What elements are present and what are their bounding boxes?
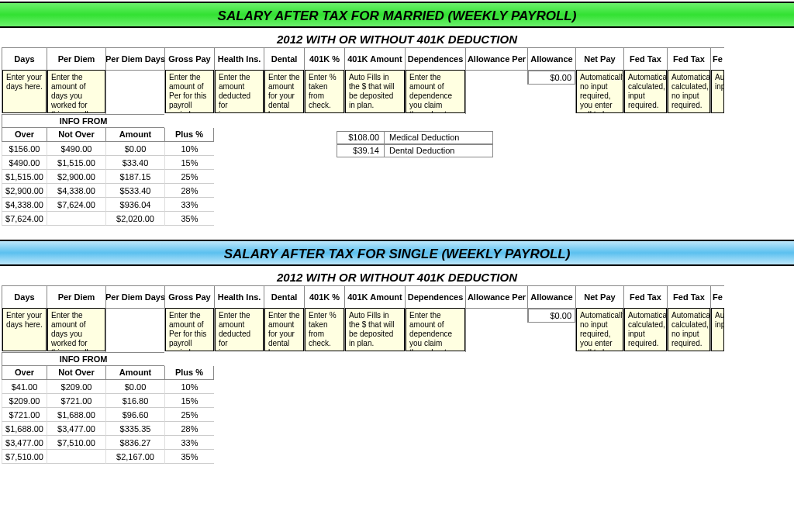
- note-k401p: Enter % taken from check.: [305, 308, 344, 351]
- header-netpay: Net Pay: [576, 285, 623, 309]
- tax-cell: $936.04: [105, 198, 164, 212]
- tax-header-cell: Over: [2, 128, 47, 142]
- note-health: Enter the amount deducted for insurance …: [215, 70, 264, 113]
- header-dental: Dental: [264, 47, 304, 71]
- tax-cell: $41.00: [2, 380, 47, 394]
- tax-header-cell: Amount: [105, 366, 164, 380]
- col-perdiem: Per DiemEnter the amount of days you wor…: [47, 47, 105, 113]
- note-perdiem: Enter the amount of days you worked for …: [47, 308, 105, 351]
- deduction-label: Dental Deduction: [385, 144, 493, 157]
- tax-cell: $7,510.00: [2, 450, 47, 464]
- tax-cell: 25%: [164, 408, 214, 422]
- note-days: Enter your days here.: [2, 70, 47, 113]
- header-days: Days: [2, 285, 47, 309]
- note-fedpct: Automatically calculated, no input requi…: [668, 308, 710, 351]
- note-k401a: Auto Fills in the $ that will be deposit…: [345, 70, 405, 113]
- tax-cell: $2,020.00: [105, 212, 164, 226]
- tax-header-cell: Plus %: [164, 366, 214, 380]
- col-dep: DependencesEnter the amount of dependenc…: [405, 285, 465, 351]
- header-health: Health Ins.: [215, 285, 264, 309]
- info-bar: INFO FROM: [2, 352, 164, 366]
- tax-cell: $4,338.00: [2, 198, 47, 212]
- col-gross: Gross PayEnter the amount of Per for thi…: [164, 47, 214, 113]
- col-perdiem: Per DiemEnter the amount of days you wor…: [47, 285, 105, 351]
- col-days: DaysEnter your days here.: [2, 47, 47, 113]
- tax-cell: [47, 450, 105, 464]
- data-grid: DaysEnter your days here.Per DiemEnter t…: [2, 47, 794, 229]
- deduction-amount: $39.14: [337, 144, 385, 157]
- header-perdiem: Per Diem: [47, 47, 105, 71]
- note-days: Enter your days here.: [2, 308, 47, 351]
- tax-cell: 33%: [164, 198, 214, 212]
- tax-bracket-table: OverNot OverAmountPlus %$156.00$490.00$0…: [2, 128, 214, 226]
- col-pddays: Per Diem Days: [105, 285, 164, 352]
- header-perdiem: Per Diem: [47, 285, 105, 309]
- tax-cell: $2,167.00: [105, 450, 164, 464]
- tax-bracket-table: OverNot OverAmountPlus %$41.00$209.00$0.…: [2, 366, 214, 464]
- tax-cell: $209.00: [47, 380, 105, 394]
- col-allowper: Allowance Per: [465, 47, 527, 114]
- header-gross: Gross Pay: [165, 285, 214, 309]
- tax-header-cell: Not Over: [47, 366, 105, 380]
- tax-cell: $2,900.00: [47, 170, 105, 184]
- col-k401a: 401K AmountAuto Fills in the $ that will…: [344, 285, 405, 351]
- col-k401a: 401K AmountAuto Fills in the $ that will…: [344, 47, 405, 113]
- note-fedamt: Automatically calculated, input required…: [624, 70, 667, 113]
- header-k401a: 401K Amount: [345, 285, 405, 309]
- section-banner: SALARY AFTER TAX FOR MARRIED (WEEKLY PAY…: [0, 2, 794, 28]
- tax-cell: $1,688.00: [47, 408, 105, 422]
- tax-cell: $490.00: [2, 156, 47, 170]
- note-dep: Enter the amount of dependence you claim…: [406, 70, 465, 113]
- note-k401p: Enter % taken from check.: [305, 70, 344, 113]
- tax-cell: 25%: [164, 170, 214, 184]
- col-health: Health Ins.Enter the amount deducted for…: [214, 47, 264, 113]
- col-pddays: Per Diem Days: [105, 47, 164, 114]
- tax-cell: [47, 212, 105, 226]
- tax-cell: $1,688.00: [2, 422, 47, 436]
- tax-cell: $7,510.00: [47, 436, 105, 450]
- note-fe: Aut inpu: [711, 308, 724, 351]
- header-netpay: Net Pay: [576, 47, 623, 71]
- note-fedamt: Automatically calculated, input required…: [624, 308, 667, 351]
- header-allow: Allowance: [528, 285, 575, 309]
- tax-cell: 35%: [164, 212, 214, 226]
- section-married: SALARY AFTER TAX FOR MARRIED (WEEKLY PAY…: [0, 2, 794, 229]
- note-gross: Enter the amount of Per for this payroll…: [165, 70, 214, 113]
- tax-cell: $0.00: [105, 380, 164, 394]
- deduction-amount: $108.00: [337, 131, 385, 144]
- allowance-value[interactable]: $0.00: [528, 309, 575, 323]
- header-allowper: Allowance Per: [466, 47, 527, 71]
- note-gross: Enter the amount of Per for this payroll…: [165, 308, 214, 351]
- tax-cell: $3,477.00: [2, 436, 47, 450]
- note-netpay: Automatically no input required, you ent…: [576, 70, 623, 113]
- tax-cell: $209.00: [2, 394, 47, 408]
- tax-cell: 28%: [164, 184, 214, 198]
- header-dental: Dental: [264, 285, 304, 309]
- col-health: Health Ins.Enter the amount deducted for…: [214, 285, 264, 351]
- tax-header-cell: Plus %: [164, 128, 214, 142]
- note-dental: Enter the amount for your dental here.: [264, 70, 304, 113]
- header-fe: Fe: [711, 47, 724, 71]
- tax-cell: 15%: [164, 156, 214, 170]
- tax-header-cell: Over: [2, 366, 47, 380]
- section-single: SALARY AFTER TAX FOR SINGLE (WEEKLY PAYR…: [0, 240, 794, 467]
- header-days: Days: [2, 47, 47, 71]
- section-subtitle: 2012 WITH OR WITHOUT 401K DEDUCTION: [0, 271, 794, 284]
- tax-header-cell: Not Over: [47, 128, 105, 142]
- tax-cell: $335.35: [105, 422, 164, 436]
- note-fedpct: Automatically calculated, no input requi…: [668, 70, 710, 113]
- col-fedamt: Fed TaxAutomatically calculated, input r…: [623, 47, 667, 113]
- tax-cell: $1,515.00: [2, 170, 47, 184]
- note-dental: Enter the amount for your dental here.: [264, 308, 304, 351]
- header-allow: Allowance: [528, 47, 575, 71]
- header-fedpct: Fed Tax: [668, 47, 710, 71]
- header-gross: Gross Pay: [165, 47, 214, 71]
- tax-cell: $96.60: [105, 408, 164, 422]
- tax-cell: $7,624.00: [47, 198, 105, 212]
- header-fe: Fe: [711, 285, 724, 309]
- col-fedpct: Fed TaxAutomatically calculated, no inpu…: [667, 285, 710, 351]
- section-subtitle: 2012 WITH OR WITHOUT 401K DEDUCTION: [0, 33, 794, 46]
- header-k401p: 401K %: [305, 47, 344, 71]
- allowance-value[interactable]: $0.00: [528, 71, 575, 85]
- header-dep: Dependences: [406, 285, 465, 309]
